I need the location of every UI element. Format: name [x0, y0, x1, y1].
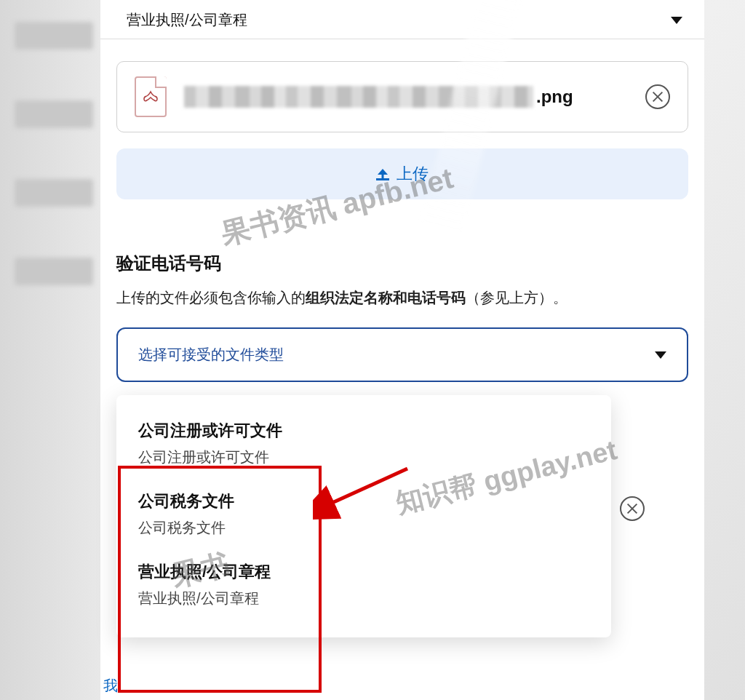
uploaded-file-row: .png: [116, 61, 688, 132]
file-extension: .png: [536, 87, 573, 107]
option-title: 公司注册或许可文件: [138, 420, 589, 442]
pdf-glyph-icon: [142, 90, 159, 108]
chevron-down-icon: [671, 17, 682, 24]
dropdown-option-registration[interactable]: 公司注册或许可文件 公司注册或许可文件: [116, 413, 611, 483]
chevron-down-icon: [655, 351, 666, 359]
file-type-dropdown: 公司注册或许可文件 公司注册或许可文件 公司税务文件 公司税务文件 营业执照/公…: [116, 395, 611, 637]
file-type-placeholder: 选择可接受的文件类型: [138, 345, 284, 365]
option-sub: 营业执照/公司章程: [138, 589, 589, 608]
option-sub: 公司税务文件: [138, 518, 589, 538]
remove-file-button[interactable]: [645, 84, 670, 109]
dropdown-option-license[interactable]: 营业执照/公司章程 营业执照/公司章程: [116, 554, 611, 624]
option-title: 公司税务文件: [138, 490, 589, 512]
secondary-remove-button[interactable]: [620, 496, 645, 521]
verify-phone-desc: 上传的文件必须包含你输入的组织法定名称和电话号码（参见上方）。: [116, 287, 688, 309]
desc-prefix: 上传的文件必须包含你输入的: [116, 290, 306, 306]
upload-icon: [376, 167, 389, 180]
filename-area: .png: [184, 86, 628, 108]
filename-redacted: [184, 86, 533, 108]
option-title: 营业执照/公司章程: [138, 561, 589, 583]
upload-button-label: 上传: [397, 163, 429, 185]
upload-button[interactable]: 上传: [116, 148, 688, 199]
form-panel: 营业执照/公司章程 .png 上传 验证电话号码 上传的文件必须包含你输入的组织…: [100, 0, 704, 700]
footer-link[interactable]: 我: [103, 676, 118, 696]
file-type-select[interactable]: 选择可接受的文件类型: [116, 327, 688, 382]
dropdown-option-tax[interactable]: 公司税务文件 公司税务文件: [116, 483, 611, 554]
footer-link-text: 我: [103, 677, 118, 693]
pdf-file-icon: [135, 76, 167, 117]
blurred-sidebar: [0, 0, 100, 700]
document-type-select[interactable]: 营业执照/公司章程: [100, 0, 704, 39]
option-sub: 公司注册或许可文件: [138, 448, 589, 467]
desc-strong: 组织法定名称和电话号码: [306, 290, 466, 306]
verify-phone-title: 验证电话号码: [116, 252, 688, 275]
desc-suffix: （参见上方）。: [466, 290, 567, 306]
document-type-label: 营业执照/公司章程: [127, 10, 247, 30]
